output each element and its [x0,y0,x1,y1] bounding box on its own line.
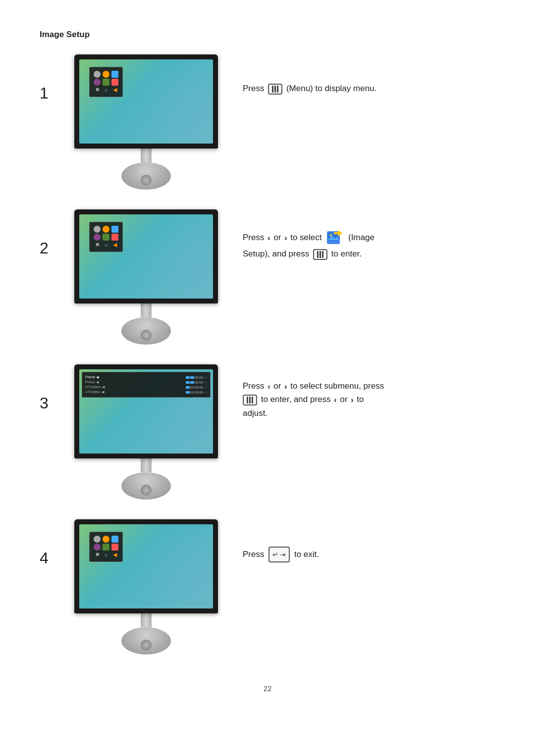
menu-icon-e4 [111,544,118,551]
step3-press: Press [243,381,264,391]
exit-button: ↵ ⇥ [268,547,290,562]
step-2-instruction: Press ‹ or › to select (Image Setup), an… [243,209,495,260]
submenu-row-1: Frame ◀ — [85,375,207,379]
menu-icon-gear-1 [94,71,101,78]
monitor-base-handle-3 [141,485,152,496]
submenu-label-3: H.Position ◀ [85,385,105,389]
seg8 [199,381,203,384]
monitor-4: ✕ ○ ◀ [69,519,223,655]
submenu-bar-1: — [186,376,207,379]
monitor-base-2 [121,317,171,345]
monitor-bezel-3: Frame ◀ — Phase ◀ [74,364,218,458]
monitor-bezel-1: ✕ ○ ◀ [74,54,218,149]
screen-swirl-2 [140,214,214,299]
menu-icon-face-1 [103,71,109,78]
step-3-monitor: Frame ◀ — Phase ◀ [69,364,223,500]
step-2-monitor: ✕ ○ ◀ [69,209,223,345]
monitor-3: Frame ◀ — Phase ◀ [69,364,223,500]
menu-button-1 [268,84,282,95]
menu-arrow-1: ◀ [111,87,118,93]
submenu-label-2: Phase ◀ [85,380,99,384]
menu-icon-d4 [103,544,109,551]
step2-image-label: (Image [348,233,374,242]
seg15 [195,391,199,394]
submenu-label-1: Frame ◀ [85,375,99,379]
monitor-base-handle-4 [141,640,152,651]
seg9 [186,386,190,389]
monitor-screen-3: Frame ◀ — Phase ◀ [79,369,213,454]
seg-value-1: — [204,376,207,379]
step-2-row: 2 [40,209,495,345]
step2-press: Press [243,233,264,242]
monitor-screen-1: ✕ ○ ◀ [79,59,213,144]
step3-chevron-right1: › [284,380,287,393]
monitor-screen-4: ✕ ○ ◀ [79,524,213,608]
step3-chevron-right2: › [351,394,353,406]
step2-to-select: to select [290,233,321,242]
step-4-instruction: Press ↵ ⇥ to exit. [243,519,495,562]
menu-o-2: ○ [103,242,109,248]
screen-swirl-1 [140,59,214,144]
menu-icon-face-2 [103,226,109,233]
menu-x-4: ✕ [94,552,101,558]
seg3 [195,376,199,379]
submenu-row-3: H.Position ◀ — [85,385,207,389]
monitor-bezel-4: ✕ ○ ◀ [74,519,218,613]
monitor-1: ✕ ○ ◀ [69,54,223,190]
bar3 [277,86,278,93]
submenu-bar-2: — [186,381,207,384]
menu-o-1: ○ [103,87,109,93]
seg1 [186,376,190,379]
svg-point-3 [330,234,332,236]
seg13 [186,391,190,394]
seg11 [195,386,199,389]
step-3-instruction: Press ‹ or › to select submenu, press to… [243,364,495,420]
seg4 [199,376,203,379]
monitor-neck-4 [141,613,152,627]
menu-arrow-2: ◀ [111,242,118,248]
monitor-base-4 [121,627,171,655]
step3-adjust: adjust. [243,408,268,418]
bar2 [274,86,276,93]
menu-x-2: ✕ [94,242,101,248]
step3-submenu: to select submenu, press [290,381,384,391]
menu-x-1: ✕ [94,87,101,93]
monitor-neck-3 [141,458,152,472]
menu-icon-b2 [111,226,118,233]
page-title: Image Setup [40,30,495,40]
monitor-screen-2: ✕ ○ ◀ [79,214,213,299]
exit-arrow-left: ↵ [272,549,278,560]
step-3-number: 3 [40,364,69,412]
step3-to: to [357,395,364,404]
step3-or2: or [340,395,347,404]
step1-press: Press [243,84,264,93]
menu-icon-face-4 [103,536,109,543]
step3-enter: to enter, and press [261,395,331,404]
step-4-monitor: ✕ ○ ◀ [69,519,223,655]
bar2-2 [320,251,321,258]
step4-exit-label: to exit. [294,550,319,559]
monitor-base-handle-1 [141,175,152,186]
seg-value-4: — [204,391,207,394]
menu-icon-gear-2 [94,226,101,233]
svg-rect-5 [334,232,338,234]
exit-arrow-right: ⇥ [280,549,286,560]
menu-icon-c4 [94,544,101,551]
monitor-base-1 [121,162,171,190]
menu-icon-2 [94,79,101,86]
bar3-2 [249,397,251,403]
step2-enter-label: to enter. [331,249,362,258]
seg12 [199,386,203,389]
bar1 [272,86,273,93]
seg-value-2: — [204,381,207,384]
menu-button-3 [243,395,257,405]
page-number: 22 [40,684,495,693]
bar2-1 [317,251,319,258]
step-2-number: 2 [40,209,69,257]
step2-or: or [273,233,281,242]
menu-overlay-4: ✕ ○ ◀ [89,532,123,562]
step-1-number: 1 [40,54,69,102]
seg10 [190,386,194,389]
menu-button-2 [313,249,327,260]
monitor-2: ✕ ○ ◀ [69,209,223,345]
